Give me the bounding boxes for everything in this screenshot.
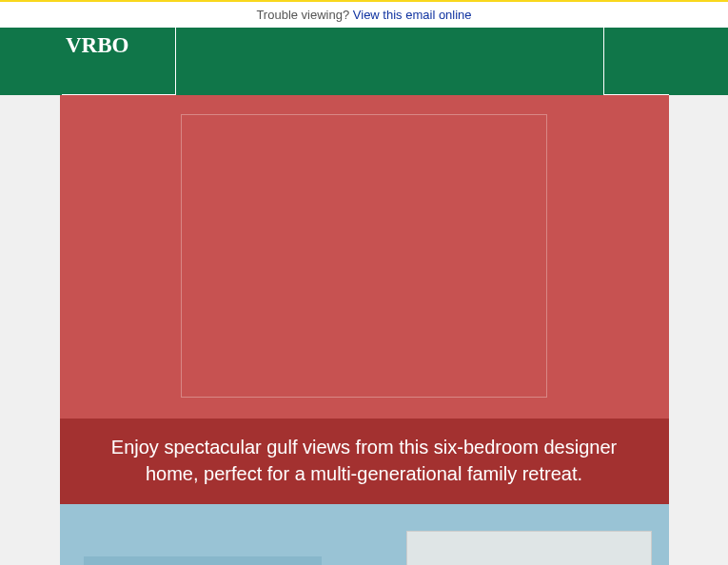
image-placeholder [181, 114, 547, 398]
view-online-link[interactable]: View this email online [353, 8, 472, 22]
preheader-text: Trouble viewing? [256, 8, 352, 22]
secondary-left-block [84, 556, 322, 565]
logo-cell[interactable]: VRBO [62, 28, 176, 95]
header-right-cell[interactable] [603, 28, 669, 95]
header-bar: VRBO [0, 28, 728, 95]
content-wrap: Enjoy spectacular gulf views from this s… [60, 95, 669, 565]
hero-caption: Enjoy spectacular gulf views from this s… [87, 434, 642, 487]
hero-caption-bar: Enjoy spectacular gulf views from this s… [60, 419, 669, 504]
hero-image-area [60, 95, 669, 419]
preheader-bar: Trouble viewing? View this email online [0, 2, 728, 28]
secondary-right-block [406, 531, 652, 565]
logo: VRBO [66, 33, 128, 58]
secondary-section [60, 504, 669, 565]
